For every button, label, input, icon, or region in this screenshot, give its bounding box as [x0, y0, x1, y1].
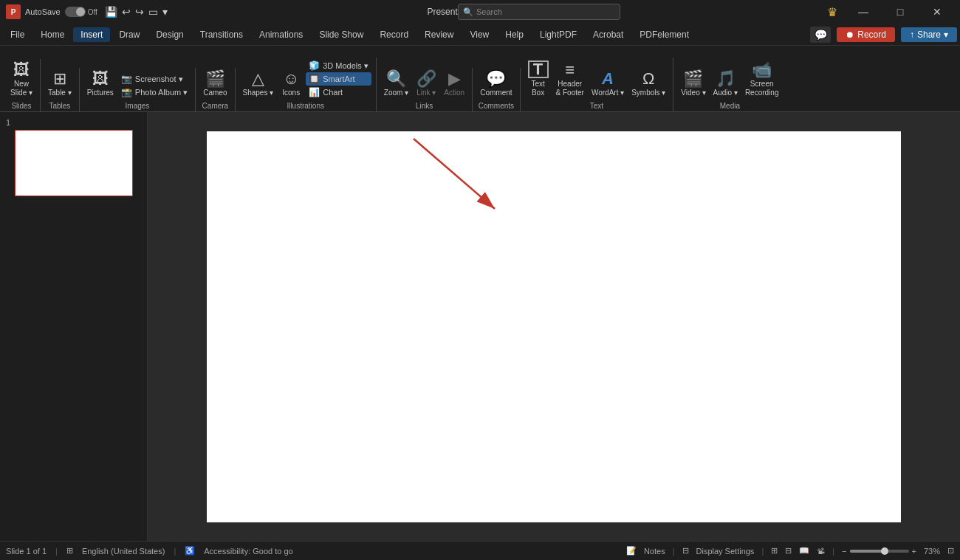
- icons-button[interactable]: ☺ Icons: [278, 69, 304, 99]
- action-icon: ▶: [448, 71, 461, 87]
- table-button[interactable]: ⊞ Table ▾: [45, 69, 75, 99]
- screen-recording-button[interactable]: 📹 ScreenRecording: [742, 61, 782, 99]
- screenshot-button[interactable]: 📷 Screenshot ▾: [118, 72, 191, 86]
- status-divider-3: |: [673, 547, 675, 556]
- comment-ribbon-icon: 💬: [486, 71, 506, 87]
- menu-draw[interactable]: Draw: [112, 27, 147, 42]
- share-button[interactable]: ↑ Share ▾: [901, 27, 957, 42]
- text-box-button[interactable]: T TextBox: [525, 59, 552, 99]
- wordart-button[interactable]: A WordArt ▾: [589, 69, 627, 99]
- screen-recording-icon: 📹: [752, 62, 772, 78]
- status-bar-right: 📝 Notes | ⊟ Display Settings | ⊞ ⊟ 📖 📽 |…: [626, 546, 954, 556]
- zoom-level[interactable]: 73%: [924, 547, 940, 556]
- slide-canvas[interactable]: [207, 131, 901, 522]
- shapes-label: Shapes ▾: [243, 89, 274, 97]
- record-label: Record: [857, 30, 886, 40]
- menu-insert[interactable]: Insert: [73, 27, 110, 42]
- cameo-button[interactable]: 🎬 Cameo: [200, 69, 230, 99]
- comment-button[interactable]: 💬: [810, 27, 831, 43]
- share-dropdown: ▾: [944, 30, 948, 40]
- menu-pdfelement[interactable]: PDFelement: [632, 27, 696, 42]
- menu-bar-right: 💬 ⏺ Record ↑ Share ▾: [810, 27, 957, 43]
- language: English (United States): [82, 547, 165, 556]
- zoom-track[interactable]: [850, 550, 909, 553]
- smartart-button[interactable]: 🔲 SmartArt: [306, 72, 371, 86]
- save-icon[interactable]: 💾: [105, 6, 117, 18]
- link-button[interactable]: 🔗 Link ▾: [413, 69, 439, 99]
- autosave-label: AutoSave: [25, 7, 61, 16]
- menu-transitions[interactable]: Transitions: [193, 27, 250, 42]
- header-footer-button[interactable]: ≡ Header& Footer: [553, 61, 587, 99]
- menu-record[interactable]: Record: [372, 27, 416, 42]
- action-button[interactable]: ▶ Action: [441, 69, 467, 99]
- fit-slide-icon[interactable]: ⊞: [66, 546, 73, 556]
- 3d-models-button[interactable]: 🧊 3D Models ▾: [306, 59, 371, 72]
- shapes-button[interactable]: △ Shapes ▾: [240, 69, 277, 99]
- text-box-label: TextBox: [531, 80, 544, 97]
- normal-view-icon[interactable]: ⊞: [771, 546, 778, 556]
- maximize-button[interactable]: □: [883, 0, 917, 24]
- close-button[interactable]: ✕: [920, 0, 954, 24]
- redo-icon[interactable]: ↪: [135, 6, 144, 18]
- present-icon[interactable]: ▭: [148, 6, 158, 18]
- media-group-label: Media: [720, 102, 740, 110]
- new-slide-button[interactable]: 🖼 NewSlide ▾: [7, 61, 35, 99]
- images-group-label: Images: [126, 102, 150, 110]
- menu-lightpdf[interactable]: LightPDF: [532, 27, 584, 42]
- menu-review[interactable]: Review: [417, 27, 461, 42]
- video-icon: 🎬: [683, 71, 703, 87]
- slide-thumbnail[interactable]: [15, 130, 133, 196]
- menu-help[interactable]: Help: [498, 27, 531, 42]
- ribbon-group-comments: 💬 Comment Comments: [473, 68, 520, 111]
- minimize-button[interactable]: —: [846, 0, 880, 24]
- record-button[interactable]: ⏺ Record: [837, 27, 895, 42]
- new-slide-label: NewSlide ▾: [10, 80, 32, 97]
- slide-sorter-icon[interactable]: ⊟: [785, 546, 792, 556]
- menu-acrobat[interactable]: Acrobat: [586, 27, 631, 42]
- status-divider-2: |: [174, 547, 176, 556]
- photo-album-button[interactable]: 📸 Photo Album ▾: [118, 86, 191, 99]
- customize-icon[interactable]: ▾: [162, 6, 168, 18]
- menu-slideshow[interactable]: Slide Show: [312, 27, 371, 42]
- video-label: Video ▾: [681, 89, 705, 97]
- zoom-out-icon[interactable]: −: [842, 547, 846, 556]
- zoom-button[interactable]: 🔍 Zoom ▾: [381, 69, 411, 99]
- chart-button[interactable]: 📊 Chart: [306, 86, 371, 99]
- menu-animations[interactable]: Animations: [252, 27, 310, 42]
- icons-label: Icons: [282, 89, 300, 97]
- text-group-label: Text: [590, 102, 603, 110]
- comment-ribbon-button[interactable]: 💬 Comment: [477, 69, 515, 99]
- zoom-label: Zoom ▾: [384, 89, 408, 97]
- search-box[interactable]: 🔍 Search: [458, 4, 620, 20]
- title-bar-right: ♛ — □ ✕: [827, 0, 954, 24]
- table-label: Table ▾: [48, 89, 72, 97]
- menu-home[interactable]: Home: [33, 27, 72, 42]
- canvas-area[interactable]: [148, 112, 960, 541]
- ribbon-group-illustrations: △ Shapes ▾ ☺ Icons 🧊 3D Models ▾ 🔲 Smart…: [236, 58, 377, 111]
- menu-view[interactable]: View: [462, 27, 496, 42]
- notes-label[interactable]: Notes: [644, 547, 665, 556]
- reading-view-icon[interactable]: 📖: [799, 546, 809, 556]
- search-placeholder: Search: [476, 7, 502, 16]
- presenter-view-icon[interactable]: 📽: [817, 547, 825, 556]
- display-settings-label[interactable]: Display Settings: [696, 547, 755, 556]
- pictures-button[interactable]: 🖼 Pictures: [84, 69, 117, 99]
- menu-file[interactable]: File: [3, 27, 32, 42]
- action-label: Action: [444, 89, 464, 97]
- zoom-thumb[interactable]: [881, 547, 888, 555]
- title-bar-left: P AutoSave Off 💾 ↩ ↪ ▭ ▾: [6, 4, 168, 19]
- chart-icon: 📊: [309, 87, 320, 97]
- autosave-toggle[interactable]: Off: [65, 7, 97, 17]
- header-footer-icon: ≡: [565, 62, 575, 78]
- audio-button[interactable]: 🎵 Audio ▾: [710, 69, 741, 99]
- ribbon: 🖼 NewSlide ▾ Slides ⊞ Table ▾ Tables 🖼 P…: [0, 46, 960, 112]
- video-button[interactable]: 🎬 Video ▾: [678, 69, 708, 99]
- accessibility-icon: ♿: [185, 546, 195, 556]
- zoom-in-icon[interactable]: +: [912, 547, 916, 556]
- symbols-button[interactable]: Ω Symbols ▾: [628, 69, 668, 99]
- ribbon-group-images: 🖼 Pictures 📷 Screenshot ▾ 📸 Photo Album …: [80, 68, 196, 111]
- zoom-slider: − +: [842, 547, 916, 556]
- fit-page-icon[interactable]: ⊡: [947, 546, 954, 556]
- undo-icon[interactable]: ↩: [122, 6, 131, 18]
- menu-design[interactable]: Design: [148, 27, 191, 42]
